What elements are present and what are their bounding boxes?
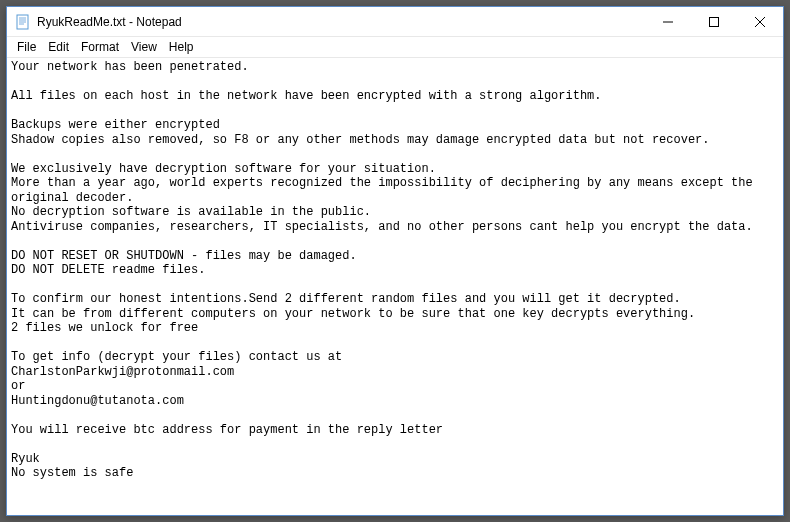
text-area[interactable]: Your network has been penetrated. All fi… bbox=[7, 57, 783, 515]
menubar: File Edit Format View Help bbox=[7, 37, 783, 57]
menu-help[interactable]: Help bbox=[163, 38, 200, 56]
close-button[interactable] bbox=[737, 7, 783, 36]
window-controls bbox=[645, 7, 783, 36]
titlebar: RyukReadMe.txt - Notepad bbox=[7, 7, 783, 37]
notepad-window: RyukReadMe.txt - Notepad File Edit Forma… bbox=[6, 6, 784, 516]
maximize-button[interactable] bbox=[691, 7, 737, 36]
menu-view[interactable]: View bbox=[125, 38, 163, 56]
minimize-button[interactable] bbox=[645, 7, 691, 36]
window-title: RyukReadMe.txt - Notepad bbox=[37, 15, 645, 29]
menu-format[interactable]: Format bbox=[75, 38, 125, 56]
notepad-icon bbox=[15, 14, 31, 30]
svg-rect-6 bbox=[710, 17, 719, 26]
menu-edit[interactable]: Edit bbox=[42, 38, 75, 56]
menu-file[interactable]: File bbox=[11, 38, 42, 56]
